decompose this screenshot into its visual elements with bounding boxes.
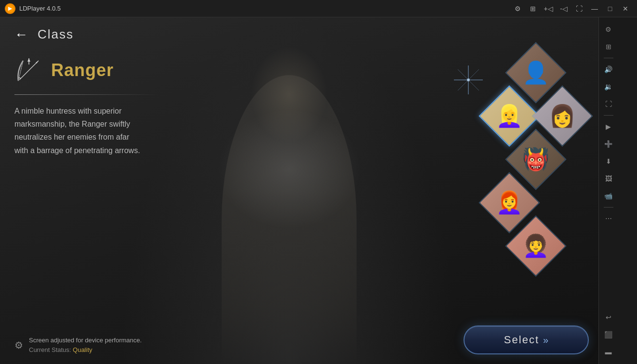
status-text: Screen adjusted for device performance. … [29,336,142,354]
window-controls: ⚙ ⊞ +◁ -◁ ⛶ — □ ✕ [511,2,632,15]
sidebar-add-icon[interactable]: ➕ [601,137,616,151]
top-nav: ← Class [14,27,74,42]
sidebar-fullscreen-icon[interactable]: ⛶ [601,97,616,111]
sidebar-download-icon[interactable]: ⬇ [601,154,616,169]
sidebar-home-icon[interactable]: ⬛ [601,327,616,342]
select-button-arrows: » [543,335,548,346]
sidebar-settings-icon[interactable]: ⚙ [601,22,616,37]
class-name: Ranger [51,60,114,80]
fullscreen-icon[interactable]: ⛶ [572,2,586,15]
svg-point-9 [467,78,470,81]
status-line2: Current Status: Quality [29,345,142,355]
sidebar-image-icon[interactable]: 🖼 [601,171,616,186]
grid-icon[interactable]: ⊞ [526,2,540,15]
sidebar-more-icon[interactable]: ⋯ [601,211,616,226]
svg-line-7 [458,69,479,91]
back-button[interactable]: ← [14,28,28,41]
game-area: ← Class Ranger [0,17,618,364]
sidebar-back-icon[interactable]: ↩ [601,310,616,325]
volume-down-icon[interactable]: -◁ [557,2,571,15]
sidebar-play-icon[interactable]: ▶ [601,119,616,134]
select-button-label: Select [504,334,539,346]
page-title: Class [38,27,74,42]
sidebar-volume-up-icon[interactable]: 🔊 [601,62,616,77]
app-title: LDPlayer 4.0.5 [19,5,511,12]
minimize-button[interactable]: — [588,2,601,15]
sidebar-separator-1 [604,58,613,58]
character-display [120,17,458,364]
close-button[interactable]: ✕ [619,2,632,15]
bow-icon [14,56,43,85]
sparkle-decoration [454,65,483,94]
gear-icon: ⚙ [14,339,23,351]
right-sidebar: ⚙ ⊞ 🔊 🔉 ⛶ ▶ ➕ ⬇ 🖼 📹 ⋯ ↩ ⬛ ▬ [598,17,618,364]
titlebar: ▶ LDPlayer 4.0.5 ⚙ ⊞ +◁ -◁ ⛶ — □ ✕ [0,0,637,17]
volume-up-icon[interactable]: +◁ [542,2,555,15]
sidebar-recent-icon[interactable]: ▬ [601,345,616,359]
app-logo: ▶ [5,3,15,14]
status-bar: ⚙ Screen adjusted for device performance… [14,336,142,354]
sidebar-video-icon[interactable]: 📹 [601,189,616,203]
settings-icon[interactable]: ⚙ [511,2,524,15]
status-quality-value: Quality [73,346,92,353]
select-button[interactable]: Select » [464,325,589,354]
sidebar-volume-down-icon[interactable]: 🔉 [601,79,616,94]
sidebar-separator-3 [604,207,613,208]
restore-button[interactable]: □ [603,2,617,15]
sidebar-separator-2 [604,115,613,116]
portraits-container: 👤 👱‍♀️ 👩 👹 👩‍🦰 [483,46,589,287]
svg-line-8 [458,69,479,91]
status-line1: Screen adjusted for device performance. [29,336,142,345]
sidebar-grid-icon[interactable]: ⊞ [601,39,616,54]
